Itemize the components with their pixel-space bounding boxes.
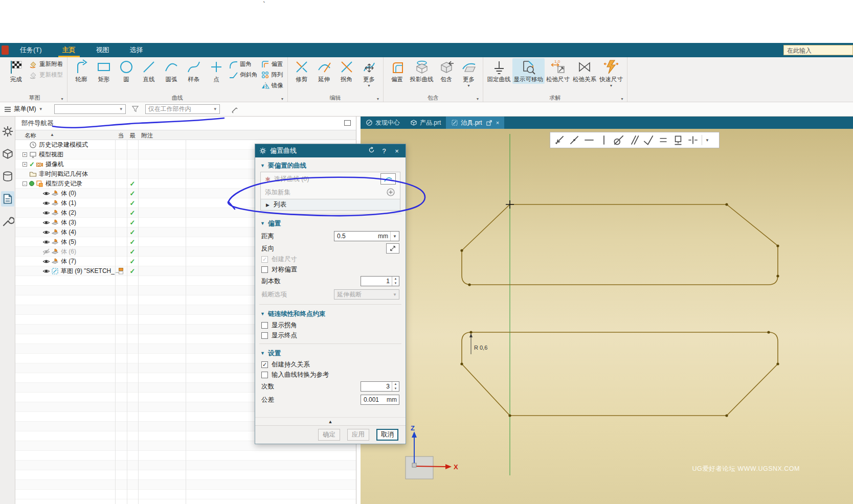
create-dimension-row[interactable]: ✓ 创建尺寸 xyxy=(255,254,406,264)
ribbon-button-pattern[interactable]: 阵列 xyxy=(261,70,283,80)
chevron-down-icon[interactable]: ▼ xyxy=(390,232,399,241)
tools-icon[interactable] xyxy=(1,214,14,229)
fixed-icon[interactable] xyxy=(671,133,685,147)
point-on-curve-icon[interactable] xyxy=(567,133,581,147)
ribbon-button-fillet[interactable]: 圆角 xyxy=(229,59,258,70)
ribbon-tab-1[interactable]: 主页 xyxy=(52,43,86,57)
ribbon-button-profile[interactable]: 轮廓 xyxy=(70,58,93,84)
column-name[interactable]: 名称 xyxy=(25,132,36,140)
eye-visible-icon[interactable] xyxy=(42,199,50,207)
copies-value[interactable]: 1 xyxy=(361,278,392,285)
sketch-profile-upper[interactable] xyxy=(462,204,778,285)
perpendicular-icon[interactable] xyxy=(641,133,656,147)
list-expander[interactable]: ▶ 列表 xyxy=(261,199,400,210)
dialog-help-icon[interactable]: ? xyxy=(379,147,389,155)
ribbon-button-chamfer[interactable]: 倒斜角 xyxy=(229,70,258,80)
scope-combo[interactable]: 仅在工作部件内▼ xyxy=(145,104,220,114)
ribbon-tab-0[interactable]: 任务(T) xyxy=(10,43,52,57)
part-navigator-icon[interactable] xyxy=(1,191,14,207)
measure-tool-icon[interactable] xyxy=(229,104,240,114)
ribbon-button-extend[interactable]: 延伸 xyxy=(313,58,335,84)
ribbon-button-more-include[interactable]: 更多▼ xyxy=(458,58,480,88)
dialog-title-bar[interactable]: 偏置曲线 ? × xyxy=(255,144,406,157)
midpoint-icon[interactable] xyxy=(686,133,700,147)
equal-icon[interactable] xyxy=(656,133,670,147)
part-tab-0[interactable]: 发现中心 xyxy=(361,117,405,129)
make-displayed-icon[interactable] xyxy=(486,120,492,126)
ribbon-button-show-movable[interactable]: 显示可移动 xyxy=(512,58,545,84)
chevron-down-icon[interactable]: ▼ xyxy=(476,97,480,101)
copies-input[interactable]: 1 ▲▼ xyxy=(361,276,399,286)
column-latest[interactable]: 最 xyxy=(127,132,138,140)
selection-type-combo[interactable]: ▼ xyxy=(54,104,126,114)
tree-expand-toggle[interactable]: - xyxy=(23,181,27,186)
dialog-reset-icon[interactable] xyxy=(367,147,376,155)
chevron-down-icon[interactable]: ▼ xyxy=(610,84,613,87)
vertical-icon[interactable] xyxy=(597,133,611,147)
tolerance-value[interactable]: 0.001 xyxy=(361,396,387,403)
ribbon-tab-3[interactable]: 选择 xyxy=(120,43,153,57)
eye-hidden-icon[interactable] xyxy=(42,248,50,256)
graphics-canvas[interactable]: R 0,6 Z X ▼ UG爱好者论坛 WWW.UGSNX.COM xyxy=(361,129,853,504)
ribbon-button-mirror[interactable]: 镜像 xyxy=(261,80,283,91)
dialog-collapse-handle[interactable]: ▲ xyxy=(255,417,406,425)
eye-visible-icon[interactable] xyxy=(42,190,50,197)
degree-input[interactable]: 3 ▲▼ xyxy=(361,381,399,392)
column-current[interactable]: 当 xyxy=(115,132,127,140)
ribbon-button-arc[interactable]: 圆弧 xyxy=(160,58,183,84)
command-finder-input[interactable]: 在此输入 xyxy=(783,45,853,55)
eye-visible-icon[interactable] xyxy=(42,267,50,275)
distance-value[interactable]: 0.5 xyxy=(334,233,378,240)
chevron-down-icon[interactable]: ▼ xyxy=(467,84,470,87)
distance-input[interactable]: 0.5 mm ▼ xyxy=(334,231,399,241)
tree-expand-toggle[interactable]: + xyxy=(23,162,27,167)
ribbon-tab-2[interactable]: 视图 xyxy=(86,43,120,57)
assembly-cube-icon[interactable] xyxy=(1,146,14,162)
ribbon-button-point[interactable]: 点 xyxy=(205,58,228,84)
ribbon-button-line[interactable]: 直线 xyxy=(138,58,160,84)
symmetric-offset-row[interactable]: 对称偏置 xyxy=(255,264,406,274)
symmetric-offset-checkbox[interactable] xyxy=(261,266,268,273)
spinner-control[interactable]: ▲▼ xyxy=(392,382,399,391)
ribbon-button-relax-dimension[interactable]: 1.0松弛尺寸 xyxy=(545,58,571,84)
coincident-icon[interactable] xyxy=(552,133,567,147)
reverse-direction-button[interactable] xyxy=(386,243,399,254)
eye-visible-icon[interactable] xyxy=(42,219,50,226)
ribbon-button-offset-large[interactable]: 偏置 xyxy=(386,58,409,84)
ok-button[interactable]: 确定 xyxy=(318,429,340,441)
ribbon-button-offset-small[interactable]: 偏置 xyxy=(261,59,283,70)
ribbon-button-fix-curve[interactable]: 固定曲线 xyxy=(486,58,512,84)
ribbon-button-rectangle[interactable]: 矩形 xyxy=(93,58,115,84)
section-settings[interactable]: ▼ 设置 xyxy=(255,347,406,359)
create-dimension-checkbox[interactable]: ✓ xyxy=(261,256,268,263)
show-corner-row[interactable]: 显示拐角 xyxy=(255,320,406,330)
roles-gear-icon[interactable] xyxy=(1,124,14,139)
persistent-relation-row[interactable]: ✓ 创建持久关系 xyxy=(255,359,406,370)
tangent-icon[interactable] xyxy=(612,133,626,147)
curve-select-button[interactable] xyxy=(380,173,396,185)
add-new-set-row[interactable]: 添加新集 xyxy=(261,186,400,199)
eye-visible-icon[interactable] xyxy=(42,228,50,236)
wcs-triad[interactable]: Z X xyxy=(406,424,458,479)
convert-reference-row[interactable]: 输入曲线转换为参考 xyxy=(255,370,406,380)
degree-value[interactable]: 3 xyxy=(361,383,392,390)
ribbon-button-finish-flag[interactable]: 完成 xyxy=(5,58,27,84)
eye-visible-icon[interactable] xyxy=(42,238,50,246)
cancel-button[interactable]: 取消 xyxy=(376,429,398,441)
dialog-close-icon[interactable]: × xyxy=(392,147,401,155)
ribbon-button-corner[interactable]: 拐角 xyxy=(335,58,358,84)
eye-visible-icon[interactable] xyxy=(42,258,50,265)
menu-button[interactable]: 菜单(M) ▼ xyxy=(0,102,47,116)
selection-filter-icon[interactable] xyxy=(130,104,141,114)
ribbon-button-circle[interactable]: 圆 xyxy=(115,58,138,84)
part-tab-2[interactable]: 治具.prt× xyxy=(446,117,504,129)
chevron-down-icon[interactable]: ▼ xyxy=(60,97,64,101)
app-logo-icon[interactable] xyxy=(2,45,9,55)
add-new-set-button[interactable] xyxy=(386,187,396,197)
parallel-icon[interactable] xyxy=(626,133,641,147)
ribbon-button-reattach[interactable]: 重新附着 xyxy=(29,59,63,70)
ribbon-button-spline[interactable]: 样条 xyxy=(183,58,205,84)
tolerance-input[interactable]: 0.001 mm xyxy=(361,395,399,405)
ribbon-button-more-edit[interactable]: 更多▼ xyxy=(358,58,380,88)
ribbon-button-trim[interactable]: 修剪 xyxy=(290,58,313,84)
